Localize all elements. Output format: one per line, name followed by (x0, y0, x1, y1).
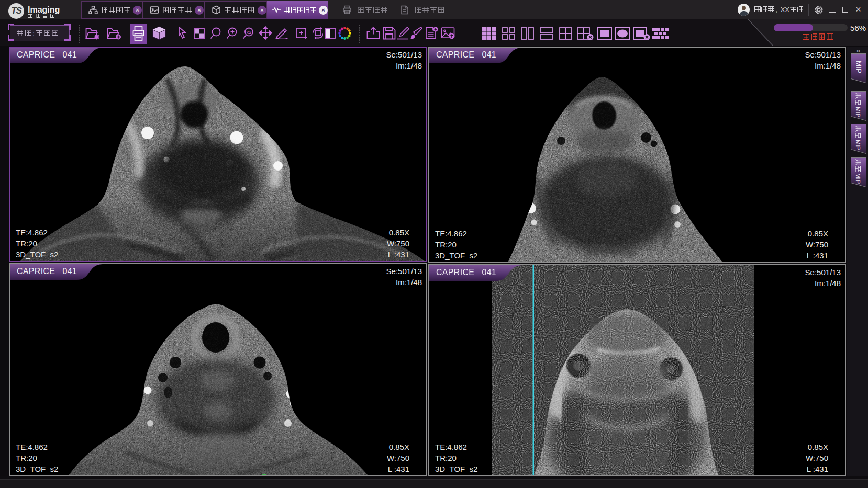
svg-text:MIP: MIP (855, 61, 863, 73)
svg-text:x2: x2 (247, 30, 252, 35)
